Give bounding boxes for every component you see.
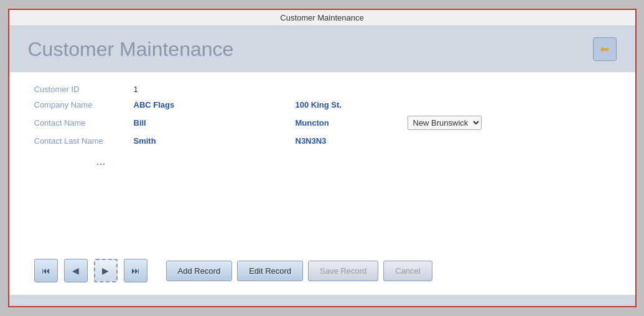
contact-last-name-label: Contact Last Name: [34, 136, 134, 146]
next-icon: ▶: [102, 266, 109, 276]
action-buttons: Add Record Edit Record Save Record Cance…: [166, 261, 432, 281]
bottom-area: ⏮ ◀ ▶ ⏭ Add Record Edit Record Save Reco…: [9, 249, 635, 295]
cancel-button[interactable]: Cancel: [383, 261, 432, 281]
contact-name-label: Contact Name: [34, 118, 134, 128]
company-name-row: Company Name ABC Flags 100 King St.: [34, 100, 610, 109]
contact-name-value: Bill: [134, 118, 258, 128]
company-name-label: Company Name: [34, 100, 134, 109]
contact-last-name-row: Contact Last Name Smith N3N3N3: [34, 136, 610, 146]
header-area: Customer Maintenance ⬅: [9, 26, 635, 72]
company-name-value: ABC Flags: [134, 100, 258, 109]
window-title: Customer Maintenance: [280, 13, 363, 22]
next-record-button[interactable]: ▶: [94, 259, 118, 282]
more-indicator: ...: [34, 155, 610, 168]
form-section: Customer ID 1 Company Name ABC Flags 100…: [34, 85, 610, 237]
customer-id-label: Customer ID: [34, 85, 134, 94]
content-area: Customer ID 1 Company Name ABC Flags 100…: [9, 72, 635, 249]
first-icon: ⏮: [42, 266, 50, 276]
main-window: Customer Maintenance Customer Maintenanc…: [8, 9, 637, 307]
back-icon: ⬅: [600, 42, 609, 56]
page-title: Customer Maintenance: [28, 38, 234, 61]
title-bar: Customer Maintenance: [9, 10, 635, 26]
add-record-button[interactable]: Add Record: [166, 261, 233, 281]
customer-id-value: 1: [134, 85, 258, 94]
city-value: Muncton: [296, 118, 395, 128]
save-record-button[interactable]: Save Record: [308, 261, 378, 281]
address1-value: 100 King St.: [296, 100, 395, 109]
edit-record-button[interactable]: Edit Record: [237, 261, 303, 281]
prev-record-button[interactable]: ◀: [64, 259, 88, 282]
back-button[interactable]: ⬅: [593, 37, 617, 61]
postal-value: N3N3N3: [296, 136, 395, 146]
contact-last-name-value: Smith: [134, 136, 258, 146]
footer-bar: [9, 295, 635, 306]
last-icon: ⏭: [131, 266, 140, 276]
last-record-button[interactable]: ⏭: [124, 259, 147, 282]
first-record-button[interactable]: ⏮: [34, 259, 58, 282]
customer-id-row: Customer ID 1: [34, 85, 610, 94]
province-select[interactable]: New Brunswick: [408, 116, 482, 130]
prev-icon: ◀: [72, 266, 79, 276]
contact-name-row: Contact Name Bill Muncton New Brunswick: [34, 116, 610, 130]
